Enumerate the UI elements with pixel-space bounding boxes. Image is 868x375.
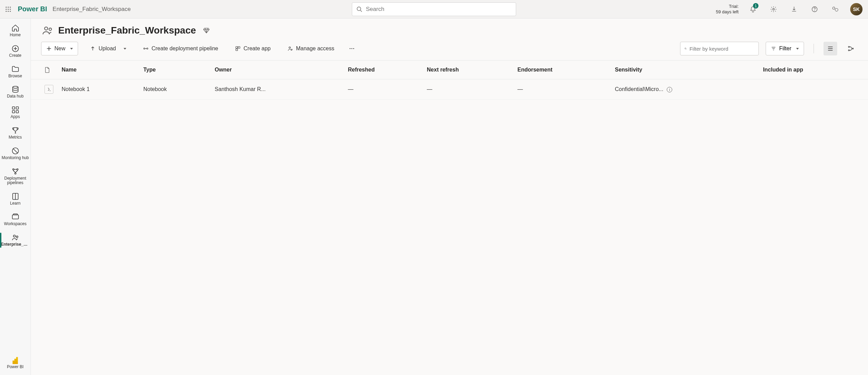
- ellipsis-icon: [349, 46, 355, 52]
- monitor-icon: [11, 147, 20, 155]
- plus-icon: [46, 46, 52, 51]
- col-next-refresh[interactable]: Next refresh: [423, 61, 513, 79]
- table-row[interactable]: Notebook 1 Notebook Santhosh Kumar R... …: [31, 79, 868, 100]
- col-included[interactable]: Included in app: [759, 61, 868, 79]
- nav-apps[interactable]: Apps: [0, 102, 30, 123]
- page-title: Enterprise_Fabric_Workspace: [58, 25, 196, 36]
- nav-create[interactable]: Create: [0, 41, 30, 62]
- svg-point-23: [13, 169, 14, 170]
- settings-button[interactable]: [765, 1, 782, 17]
- help-icon: [811, 6, 818, 13]
- pipeline-icon: [11, 167, 20, 176]
- workspace-people-icon: [42, 25, 53, 36]
- nav-metrics[interactable]: Metrics: [0, 123, 30, 143]
- svg-point-41: [353, 48, 354, 49]
- svg-point-29: [16, 236, 18, 237]
- avatar[interactable]: SK: [850, 3, 863, 15]
- svg-rect-18: [12, 107, 15, 109]
- cell-owner: Santhosh Kumar R...: [210, 79, 344, 100]
- nav-current-workspace[interactable]: Enterprise_Fabric_Wor...: [0, 230, 30, 250]
- trial-status[interactable]: Trial: 59 days left: [716, 4, 739, 14]
- cell-included: [759, 79, 868, 100]
- notebook-item-icon: [44, 85, 53, 94]
- svg-point-46: [852, 48, 853, 49]
- folder-icon: [11, 65, 20, 73]
- apps-icon: [11, 106, 20, 114]
- nav-deployment-pipelines[interactable]: Deployment pipelines: [0, 164, 30, 189]
- col-endorsement[interactable]: Endorsement: [513, 61, 611, 79]
- col-refreshed[interactable]: Refreshed: [344, 61, 423, 79]
- items-table: Name Type Owner Refreshed Next refresh E…: [31, 61, 868, 100]
- search-input[interactable]: [366, 6, 512, 13]
- nav-data-hub[interactable]: Data hub: [0, 82, 30, 102]
- book-icon: [11, 192, 20, 201]
- people-icon: [11, 233, 20, 242]
- search-icon: [685, 46, 687, 51]
- feedback-button[interactable]: [827, 1, 843, 17]
- svg-rect-20: [12, 111, 15, 113]
- nav-home[interactable]: Home: [0, 21, 30, 41]
- download-button[interactable]: [786, 1, 802, 17]
- create-app-button[interactable]: Create app: [230, 42, 276, 55]
- col-type[interactable]: Type: [139, 61, 211, 79]
- filter-keyword-box[interactable]: [680, 42, 759, 55]
- svg-point-40: [351, 48, 352, 49]
- col-icon[interactable]: [31, 61, 58, 79]
- svg-point-28: [13, 235, 15, 237]
- svg-point-13: [814, 10, 815, 11]
- svg-rect-35: [238, 47, 240, 48]
- col-name[interactable]: Name: [58, 61, 139, 79]
- cell-endorsement: —: [513, 79, 611, 100]
- filter-button[interactable]: Filter: [766, 42, 804, 55]
- col-sensitivity[interactable]: Sensitivity: [611, 61, 759, 79]
- cell-refreshed: —: [344, 79, 423, 100]
- download-icon: [791, 6, 797, 13]
- svg-point-7: [8, 11, 9, 12]
- breadcrumb[interactable]: Enterprise_Fabric_Workspace: [53, 6, 131, 13]
- list-view-button[interactable]: [824, 42, 837, 55]
- filter-keyword-input[interactable]: [689, 46, 754, 52]
- nav-workspaces[interactable]: Workspaces: [0, 209, 30, 230]
- upload-icon: [90, 46, 96, 52]
- brand-label[interactable]: Power BI: [18, 5, 47, 13]
- svg-point-33: [146, 48, 148, 49]
- svg-line-10: [360, 10, 362, 12]
- app-launcher-icon[interactable]: [3, 4, 14, 15]
- trial-label: Trial:: [716, 4, 739, 9]
- new-button[interactable]: New: [41, 42, 78, 55]
- cell-name[interactable]: Notebook 1: [58, 79, 139, 100]
- access-icon: [287, 46, 293, 52]
- pipeline-toolbar-icon: [143, 46, 149, 52]
- plus-circle-icon: [11, 44, 20, 53]
- svg-point-17: [13, 86, 18, 88]
- cell-sensitivity: Confidential\Micro... i: [611, 79, 759, 100]
- search-box[interactable]: [352, 2, 516, 16]
- nav-monitoring-hub[interactable]: Monitoring hub: [0, 143, 30, 164]
- nav-learn[interactable]: Learn: [0, 189, 30, 209]
- svg-point-39: [349, 48, 350, 49]
- notifications-button[interactable]: 1: [745, 1, 761, 17]
- search-icon: [356, 6, 362, 12]
- premium-diamond-icon[interactable]: [203, 27, 210, 34]
- upload-button[interactable]: Upload: [85, 42, 131, 55]
- svg-point-1: [8, 7, 9, 8]
- svg-point-44: [848, 46, 850, 47]
- nav-browse[interactable]: Browse: [0, 62, 30, 82]
- svg-point-38: [291, 49, 292, 50]
- gear-icon: [770, 6, 777, 13]
- svg-point-4: [8, 9, 9, 10]
- file-icon: [44, 67, 50, 73]
- smiley-icon: [832, 6, 839, 13]
- create-pipeline-button[interactable]: Create deployment pipeline: [138, 42, 223, 55]
- help-button[interactable]: [806, 1, 823, 17]
- nav-powerbi[interactable]: Power BI: [0, 352, 30, 373]
- more-actions-button[interactable]: [346, 42, 358, 55]
- workspace-toolbar: New Upload Create deployment pipeline Cr…: [31, 39, 868, 60]
- col-owner[interactable]: Owner: [210, 61, 344, 79]
- svg-point-45: [848, 50, 850, 51]
- svg-rect-26: [12, 215, 18, 219]
- lineage-view-button[interactable]: [844, 42, 858, 55]
- info-icon[interactable]: i: [667, 87, 672, 92]
- toolbar-separator: [814, 44, 814, 53]
- manage-access-button[interactable]: Manage access: [282, 42, 339, 55]
